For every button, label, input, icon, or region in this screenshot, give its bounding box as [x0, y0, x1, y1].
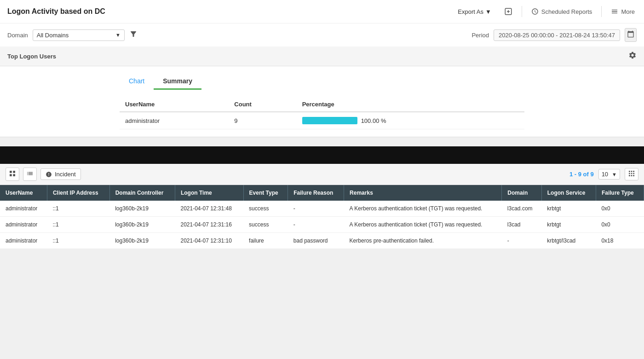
export-label: Export As: [458, 8, 483, 15]
cell-remarks: A Kerberos authentication ticket (TGT) w…: [344, 217, 502, 233]
cell-domain: -: [502, 233, 541, 249]
col-logon-service: Logon Service: [541, 185, 596, 201]
progress-bar: [302, 117, 357, 124]
more-label: More: [621, 8, 635, 15]
filter-right: Period 2020-08-25 00:00:00 - 2021-08-24 …: [472, 28, 637, 42]
page-title: Logon Activity based on DC: [7, 7, 105, 16]
cell-domain-controller[interactable]: log360b-2k19: [109, 201, 175, 217]
cell-logon-time: 2021-04-07 12:31:16: [175, 217, 243, 233]
period-label: Period: [472, 32, 489, 39]
cell-client-ip[interactable]: ::1: [47, 217, 109, 233]
incident-button[interactable]: Incident: [40, 168, 81, 180]
summary-table: UserName Count Percentage administrator …: [120, 97, 524, 129]
cell-failure-reason: -: [288, 217, 344, 233]
summary-row: administrator 9 100.00 %: [120, 112, 524, 129]
col-percentage: Percentage: [297, 97, 524, 112]
list-view-button[interactable]: [23, 168, 37, 181]
cell-failure-type: 0x0: [596, 201, 644, 217]
cell-remarks: Kerberos pre-authentication failed.: [344, 233, 502, 249]
chevron-down-icon2: ▼: [115, 32, 121, 38]
calendar-button[interactable]: [625, 28, 637, 42]
divider2: [601, 6, 602, 17]
col-domain: Domain: [502, 185, 541, 201]
cell-logon-time: 2021-04-07 12:31:10: [175, 233, 243, 249]
summary-username: administrator: [120, 112, 229, 129]
toolbar-left: Incident: [6, 168, 81, 181]
widget-title: Top Logon Users: [7, 53, 56, 60]
col-username: UserName: [120, 97, 229, 112]
per-page-value: 10: [602, 171, 608, 178]
filter-left: Domain All Domains ▼: [7, 29, 138, 41]
cell-domain: l3cad: [502, 217, 541, 233]
percentage-value: 100.00 %: [361, 117, 386, 124]
column-settings-button[interactable]: [625, 168, 638, 180]
tab-summary[interactable]: Summary: [154, 74, 201, 90]
col-failure-reason: Failure Reason: [288, 185, 344, 201]
cell-client-ip[interactable]: ::1: [47, 201, 109, 217]
col-count: Count: [229, 97, 296, 112]
cell-logon-time: 2021-04-07 12:31:48: [175, 201, 243, 217]
bottom-section: Incident 1 - 9 of 9 10 ▼ UserNameClient …: [0, 164, 644, 249]
domain-value: All Domains: [37, 32, 69, 39]
col-domain-controller: Domain Controller: [109, 185, 175, 201]
table-row: administrator ::1 log360b-2k19 2021-04-0…: [0, 201, 644, 217]
tab-chart[interactable]: Chart: [120, 74, 154, 90]
settings-button[interactable]: [628, 51, 637, 61]
header-actions: Export As ▼ Scheduled Reports Mor: [454, 6, 637, 17]
cell-event-type: success: [243, 201, 288, 217]
cell-username: administrator: [0, 217, 47, 233]
grid-view-button[interactable]: [6, 168, 19, 181]
summary-count: 9: [229, 112, 296, 129]
table-row: administrator ::1 log360b-2k19 2021-04-0…: [0, 233, 644, 249]
widget-header: Top Logon Users: [0, 46, 644, 66]
col-logon-time: Logon Time: [175, 185, 243, 201]
cell-domain-controller[interactable]: log360b-2k19: [109, 217, 175, 233]
incident-label: Incident: [55, 171, 76, 178]
toolbar-right: 1 - 9 of 9 10 ▼: [569, 168, 638, 180]
domain-label: Domain: [7, 32, 28, 39]
col-remarks: Remarks: [344, 185, 502, 201]
filter-bar: Domain All Domains ▼ Period 2020-08-25 0…: [0, 23, 644, 46]
chevron-down-icon3: ▼: [612, 172, 617, 177]
filter-icon[interactable]: [129, 30, 138, 40]
domain-select[interactable]: All Domains ▼: [33, 29, 125, 41]
col-username: UserName: [0, 185, 47, 201]
cell-username: administrator: [0, 201, 47, 217]
more-button[interactable]: More: [609, 6, 637, 17]
export-icon-button[interactable]: [502, 6, 514, 17]
col-failure-type: Failure Type: [596, 185, 644, 201]
pagination-info: 1 - 9 of 9: [569, 171, 594, 178]
scheduled-reports-label: Scheduled Reports: [541, 8, 592, 15]
cell-logon-service: krbtgt: [541, 201, 596, 217]
cell-logon-service: krbtgt/l3cad: [541, 233, 596, 249]
pagination-current: 1 - 9 of 9: [569, 171, 594, 178]
cell-client-ip[interactable]: ::1: [47, 233, 109, 249]
cell-username: administrator: [0, 233, 47, 249]
table-row: administrator ::1 log360b-2k19 2021-04-0…: [0, 217, 644, 233]
section-divider: [0, 146, 644, 164]
scheduled-reports-button[interactable]: Scheduled Reports: [529, 6, 594, 17]
cell-event-type: failure: [243, 233, 288, 249]
cell-failure-type: 0x0: [596, 217, 644, 233]
data-table: UserNameClient IP AddressDomain Controll…: [0, 185, 644, 249]
summary-percentage: 100.00 %: [297, 112, 524, 129]
export-button[interactable]: Export As ▼: [454, 6, 495, 17]
cell-domain-controller[interactable]: log360b-2k19: [109, 233, 175, 249]
cell-event-type: success: [243, 217, 288, 233]
divider: [522, 6, 522, 17]
col-client-ip-address: Client IP Address: [47, 185, 109, 201]
cell-remarks: A Kerberos authentication ticket (TGT) w…: [344, 201, 502, 217]
cell-failure-type: 0x18: [596, 233, 644, 249]
cell-logon-service: krbtgt: [541, 217, 596, 233]
cell-failure-reason: -: [288, 201, 344, 217]
col-event-type: Event Type: [243, 185, 288, 201]
cell-domain: l3cad.com: [502, 201, 541, 217]
tabs-container: Chart Summary: [0, 66, 644, 90]
bottom-toolbar: Incident 1 - 9 of 9 10 ▼: [0, 164, 644, 185]
chevron-down-icon: ▼: [485, 8, 491, 15]
cell-failure-reason: bad password: [288, 233, 344, 249]
period-value: 2020-08-25 00:00:00 - 2021-08-24 13:50:4…: [494, 29, 620, 41]
per-page-select[interactable]: 10 ▼: [598, 169, 620, 180]
